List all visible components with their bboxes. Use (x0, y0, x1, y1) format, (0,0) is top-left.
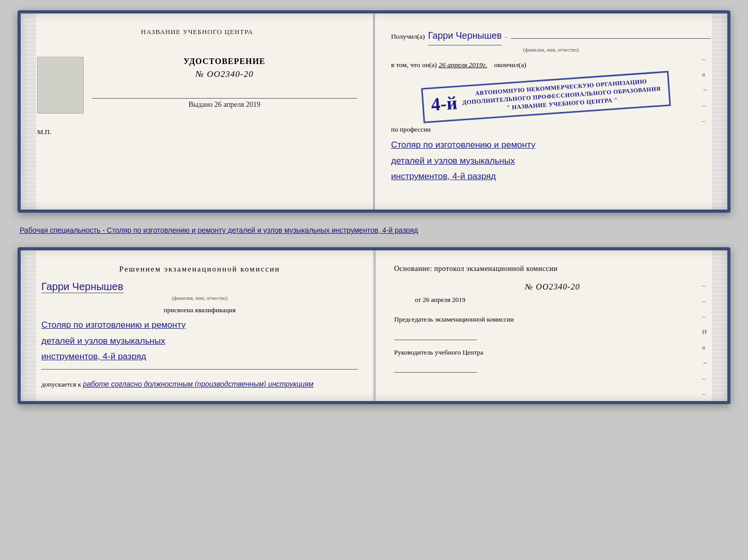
predsedatel-signature-line (394, 328, 477, 340)
dash-separator: – (505, 32, 508, 42)
br-dash-1: – (702, 281, 709, 290)
bottom-qual-line3: инструментов, 4-й разряд (41, 349, 358, 365)
side-dash-1: – (702, 55, 709, 63)
stamp-text-block: АВТОНОМНУЮ НЕКОММЕРЧЕСКУЮ ОРГАНИЗАЦИЮ ДО… (461, 76, 661, 115)
bottom-number: № OO2340-20 (525, 282, 580, 291)
bottom-qual-line2: деталей и узлов музыкальных (41, 333, 358, 349)
br-dash-2: – (702, 297, 709, 305)
vydano-date: 26 апреля 2019 (214, 101, 260, 108)
rukovoditel-block: Руководитель учебного Центра (394, 347, 711, 373)
po-professii-text: по профессии (391, 125, 431, 133)
vtom-label: в том, что он(а) (391, 61, 437, 69)
br-dash-6: ← (702, 359, 709, 367)
predsedatel-label: Председатель экзаменационной комиссии (394, 314, 711, 325)
recipient-name: Гарри Чернышев (428, 28, 502, 45)
bottom-left-page: Решением экзаменационной комиссии Гарри … (21, 250, 376, 401)
bottom-qualification-block: Столяр по изготовлению и ремонту деталей… (41, 317, 358, 365)
ot-line: от 26 апреля 2019 (394, 296, 711, 304)
recipient-line: Получил(а) Гарри Чернышев – (391, 28, 711, 45)
vtom-line: в том, что он(а) 26 апреля 2019г. окончи… (391, 59, 711, 71)
mp-label: М.П. (37, 128, 51, 136)
profession-block: Столяр по изготовлению и ремонту деталей… (391, 137, 711, 185)
bottom-document-spread: Решением экзаменационной комиссии Гарри … (18, 247, 730, 404)
bottom-number-block: № OO2340-20 (394, 282, 711, 292)
rukovoditel-label: Руководитель учебного Центра (394, 347, 711, 358)
top-document-spread: НАЗВАНИЕ УЧЕБНОГО ЦЕНТРА УДОСТОВЕРЕНИЕ №… (18, 10, 730, 213)
ot-label: от (415, 296, 421, 303)
side-dash-2: а (702, 70, 709, 78)
side-dash-4: – (702, 101, 709, 109)
bottom-qual-line1: Столяр по изготовлению и ремонту (41, 317, 358, 333)
vydano-line: Выдано 26 апреля 2019 (92, 98, 357, 109)
stamp-rank: 4-й (430, 93, 458, 114)
stamp-block: 4-й АВТОНОМНУЮ НЕКОММЕРЧЕСКУЮ ОРГАНИЗАЦИ… (421, 71, 671, 123)
stamp-area: 4-й АВТОНОМНУЮ НЕКОММЕРЧЕСКУЮ ОРГАНИЗАЦИ… (391, 75, 711, 118)
osnovanie-text: Основание: протокол экзаменационной коми… (394, 265, 711, 273)
profession-line1: Столяр по изготовлению и ремонту (391, 137, 711, 153)
po-professii-label: по профессии (391, 124, 711, 135)
left-middle-section: УДОСТОВЕРЕНИЕ № OO2340-20 Выдано 26 апре… (37, 57, 357, 114)
vtom-date: 26 апреля 2019г. (439, 61, 487, 69)
side-dash-5: – (702, 117, 709, 125)
right-page-content: Получил(а) Гарри Чернышев – (фамилия, им… (391, 28, 711, 185)
mp-line: М.П. (37, 128, 357, 136)
br-dash-5: а (702, 343, 709, 351)
bottom-right-page: Основание: протокол экзаменационной коми… (376, 250, 727, 401)
fio-label-top: (фамилия, имя, отчество) (391, 45, 711, 54)
bottom-fio-label: (фамилия, имя, отчество) (41, 295, 358, 301)
top-left-title: НАЗВАНИЕ УЧЕБНОГО ЦЕНТРА (37, 28, 357, 36)
br-dash-8: – (702, 390, 709, 398)
side-dash-3: ← (702, 86, 709, 94)
udostoverenie-number: № OO2340-20 (92, 69, 357, 79)
ot-date: 26 апреля 2019 (423, 296, 465, 303)
bottom-separator-line (41, 369, 358, 370)
predsedatel-block: Председатель экзаменационной комиссии (394, 314, 711, 340)
rukovoditel-signature-line (394, 360, 477, 373)
profession-line3: инструментов, 4-й разряд (391, 169, 711, 185)
udostoverenie-label: УДОСТОВЕРЕНИЕ (92, 57, 357, 66)
dopuskaetsya-block: допускается к работе согласно должностны… (41, 380, 358, 389)
caption-text: Рабочая специальность - Столяр по изгото… (20, 225, 728, 236)
dopuskaetsya-label: допускается к (41, 380, 81, 388)
resheniem-title: Решением экзаменационной комиссии (41, 265, 358, 274)
prisvoena-text: присвоена квалификация (41, 306, 358, 314)
side-dashes-bottom-right: – – – И а ← – – – (702, 281, 709, 404)
br-dash-4: И (702, 328, 709, 336)
profession-line2: деталей и узлов музыкальных (391, 153, 711, 169)
udostoverenie-block: УДОСТОВЕРЕНИЕ № OO2340-20 Выдано 26 апре… (92, 57, 357, 109)
br-dash-3: – (702, 312, 709, 321)
dopusk-text: работе согласно должностным (производств… (83, 380, 314, 388)
top-left-page: НАЗВАНИЕ УЧЕБНОГО ЦЕНТРА УДОСТОВЕРЕНИЕ №… (21, 13, 375, 210)
photo-placeholder (37, 57, 84, 114)
poluchil-label: Получил(а) (391, 31, 425, 43)
bottom-recipient-name: Гарри Чернышев (41, 281, 123, 293)
side-dashes-top-right: – а ← – – (702, 55, 709, 125)
bottom-name-block: Гарри Чернышев (41, 281, 358, 294)
top-right-page: Получил(а) Гарри Чернышев – (фамилия, им… (375, 13, 727, 210)
vydano-label: Выдано (189, 101, 213, 108)
caption-area: Рабочая специальность - Столяр по изгото… (18, 222, 730, 238)
okonchil-label: окончил(а) (494, 61, 526, 69)
br-dash-7: – (702, 374, 709, 382)
